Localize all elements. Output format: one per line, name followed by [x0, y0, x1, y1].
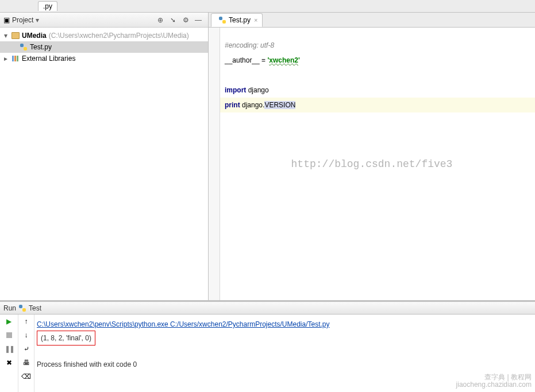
library-icon — [11, 55, 20, 63]
scroll-up-button[interactable]: ↑ — [18, 315, 34, 328]
highlighted-output: (1, 8, 2, 'final', 0) — [37, 331, 95, 346]
tree-project-root[interactable]: ▾ UMedia (C:\Users\xwchen2\PycharmProjec… — [0, 30, 208, 41]
top-toolbar: .py — [0, 0, 535, 13]
svg-rect-0 — [20, 44, 24, 47]
svg-rect-6 — [222, 20, 226, 24]
svg-rect-8 — [22, 308, 26, 312]
code-line-5: print django.VERSION — [225, 98, 535, 112]
svg-rect-7 — [19, 305, 22, 308]
run-header-prefix: Run — [3, 304, 16, 312]
scroll-from-source-button[interactable]: ⊕ — [154, 14, 167, 26]
editor-tab-testpy[interactable]: Test.py × — [211, 13, 263, 27]
code-editor[interactable]: #encoding: utf-8 __author__ = 'xwchen2' … — [209, 28, 535, 300]
external-libraries-label: External Libraries — [22, 55, 75, 63]
tree-file-testpy[interactable]: Test.py — [0, 41, 208, 53]
print-button[interactable]: 🖶 — [18, 356, 34, 370]
code-line-1: #encoding: utf-8 — [225, 41, 274, 49]
main-area: ▣ Project ▾ ⊕ ➘ ⚙ — ▾ UMedia (C:\Users\x… — [0, 13, 535, 300]
tree-external-libraries[interactable]: ▸ External Libraries — [0, 53, 208, 64]
svg-rect-5 — [219, 17, 222, 20]
svg-rect-3 — [14, 56, 16, 61]
svg-rect-1 — [24, 47, 27, 51]
console-output[interactable]: C:\Users\xwchen2\penv\Scripts\python.exe… — [34, 315, 535, 392]
pause-button[interactable]: ❚❚ — [0, 342, 18, 356]
project-header-label[interactable]: Project — [12, 16, 33, 24]
soft-wrap-button[interactable]: ⤶ — [18, 342, 34, 356]
project-header: ▣ Project ▾ ⊕ ➘ ⚙ — — [0, 13, 208, 28]
svg-rect-4 — [17, 56, 18, 61]
project-settings-button[interactable]: ⚙ — [179, 14, 192, 26]
editor-tab-label: Test.py — [229, 16, 251, 24]
editor-area: Test.py × #encoding: utf-8 __author__ = … — [209, 13, 535, 300]
run-tool-window: ▶ ❚❚ ✖ ↑ ↓ ⤶ 🖶 ⌫ C:\Users\xwchen2\penv\S… — [0, 315, 535, 392]
code-line-4: import django — [225, 83, 535, 98]
console-command-line[interactable]: C:\Users\xwchen2\penv\Scripts\python.exe… — [37, 318, 533, 331]
project-tree[interactable]: ▾ UMedia (C:\Users\xwchen2\PycharmProjec… — [0, 28, 208, 300]
project-view-icon: ▣ — [3, 16, 10, 24]
console-output-line: (1, 8, 2, 'final', 0) — [37, 331, 533, 346]
editor-tabbar: Test.py × — [209, 13, 535, 28]
rerun-button[interactable]: ▶ — [0, 315, 18, 328]
run-tool-header[interactable]: Run Test — [0, 302, 535, 315]
code-line-2: __author__ = 'xwchen2' — [225, 53, 535, 68]
tree-file-label: Test.py — [30, 43, 52, 51]
stop-button[interactable] — [0, 328, 18, 342]
python-file-icon — [18, 304, 26, 312]
python-file-icon — [218, 16, 226, 24]
collapse-all-button[interactable]: ➘ — [167, 14, 179, 26]
project-panel: ▣ Project ▾ ⊕ ➘ ⚙ — ▾ UMedia (C:\Users\x… — [0, 13, 209, 300]
run-config-name: Test — [29, 304, 41, 312]
chevron-down-icon[interactable]: ▾ — [2, 32, 9, 40]
project-view-dropdown[interactable]: ▾ — [36, 16, 39, 24]
console-blank-line — [37, 346, 533, 358]
recent-file-tab[interactable]: .py — [38, 1, 57, 11]
scroll-down-button[interactable]: ↓ — [18, 328, 34, 342]
chevron-right-icon[interactable]: ▸ — [2, 55, 9, 63]
project-root-name: UMedia — [22, 32, 47, 40]
python-file-icon — [20, 43, 28, 51]
run-controls-column: ▶ ❚❚ ✖ — [0, 315, 18, 392]
clear-button[interactable]: ⌫ — [18, 370, 34, 383]
run-nav-column: ↑ ↓ ⤶ 🖶 ⌫ — [18, 315, 34, 392]
editor-gutter[interactable] — [209, 28, 220, 300]
folder-icon — [11, 32, 20, 39]
project-root-path: (C:\Users\xwchen2\PycharmProjects\UMedia… — [49, 32, 189, 40]
console-exit-line: Process finished with exit code 0 — [37, 358, 533, 371]
close-run-button[interactable]: ✖ — [0, 356, 18, 370]
hide-panel-button[interactable]: — — [192, 14, 205, 26]
stop-icon — [6, 332, 12, 338]
svg-rect-2 — [12, 56, 14, 61]
code-line-3 — [225, 68, 535, 83]
close-tab-button[interactable]: × — [254, 17, 257, 24]
watermark-text: http://blog.csdn.net/five3 — [291, 157, 453, 172]
